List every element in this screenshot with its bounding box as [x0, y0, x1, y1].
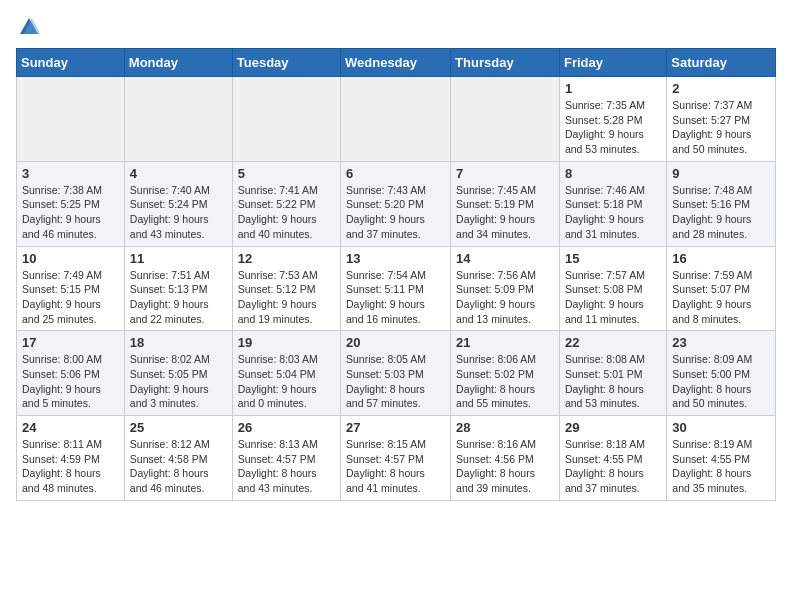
day-number: 3 — [22, 166, 119, 181]
calendar-cell — [451, 77, 560, 162]
calendar-cell: 23Sunrise: 8:09 AM Sunset: 5:00 PM Dayli… — [667, 331, 776, 416]
calendar-cell: 7Sunrise: 7:45 AM Sunset: 5:19 PM Daylig… — [451, 161, 560, 246]
calendar-cell: 10Sunrise: 7:49 AM Sunset: 5:15 PM Dayli… — [17, 246, 125, 331]
day-number: 15 — [565, 251, 661, 266]
calendar-cell: 24Sunrise: 8:11 AM Sunset: 4:59 PM Dayli… — [17, 416, 125, 501]
day-info: Sunrise: 7:38 AM Sunset: 5:25 PM Dayligh… — [22, 183, 119, 242]
day-info: Sunrise: 8:12 AM Sunset: 4:58 PM Dayligh… — [130, 437, 227, 496]
calendar-table: SundayMondayTuesdayWednesdayThursdayFrid… — [16, 48, 776, 501]
day-number: 10 — [22, 251, 119, 266]
calendar-cell: 1Sunrise: 7:35 AM Sunset: 5:28 PM Daylig… — [559, 77, 666, 162]
header — [16, 16, 776, 38]
day-info: Sunrise: 7:51 AM Sunset: 5:13 PM Dayligh… — [130, 268, 227, 327]
day-number: 23 — [672, 335, 770, 350]
day-number: 13 — [346, 251, 445, 266]
day-info: Sunrise: 7:35 AM Sunset: 5:28 PM Dayligh… — [565, 98, 661, 157]
day-info: Sunrise: 8:03 AM Sunset: 5:04 PM Dayligh… — [238, 352, 335, 411]
day-number: 29 — [565, 420, 661, 435]
day-info: Sunrise: 7:43 AM Sunset: 5:20 PM Dayligh… — [346, 183, 445, 242]
logo — [16, 16, 40, 38]
day-info: Sunrise: 7:53 AM Sunset: 5:12 PM Dayligh… — [238, 268, 335, 327]
calendar-cell: 18Sunrise: 8:02 AM Sunset: 5:05 PM Dayli… — [124, 331, 232, 416]
day-number: 11 — [130, 251, 227, 266]
calendar-cell: 14Sunrise: 7:56 AM Sunset: 5:09 PM Dayli… — [451, 246, 560, 331]
calendar-cell — [341, 77, 451, 162]
day-number: 20 — [346, 335, 445, 350]
day-number: 7 — [456, 166, 554, 181]
day-info: Sunrise: 7:46 AM Sunset: 5:18 PM Dayligh… — [565, 183, 661, 242]
day-info: Sunrise: 7:59 AM Sunset: 5:07 PM Dayligh… — [672, 268, 770, 327]
day-number: 16 — [672, 251, 770, 266]
day-number: 9 — [672, 166, 770, 181]
logo-icon — [18, 16, 40, 38]
day-info: Sunrise: 8:09 AM Sunset: 5:00 PM Dayligh… — [672, 352, 770, 411]
calendar-cell: 29Sunrise: 8:18 AM Sunset: 4:55 PM Dayli… — [559, 416, 666, 501]
calendar-header-sunday: Sunday — [17, 49, 125, 77]
calendar-cell: 3Sunrise: 7:38 AM Sunset: 5:25 PM Daylig… — [17, 161, 125, 246]
day-number: 5 — [238, 166, 335, 181]
calendar-header-wednesday: Wednesday — [341, 49, 451, 77]
day-number: 2 — [672, 81, 770, 96]
day-number: 8 — [565, 166, 661, 181]
calendar-week-row: 17Sunrise: 8:00 AM Sunset: 5:06 PM Dayli… — [17, 331, 776, 416]
day-info: Sunrise: 7:57 AM Sunset: 5:08 PM Dayligh… — [565, 268, 661, 327]
calendar-cell: 20Sunrise: 8:05 AM Sunset: 5:03 PM Dayli… — [341, 331, 451, 416]
day-number: 26 — [238, 420, 335, 435]
day-number: 21 — [456, 335, 554, 350]
calendar-cell: 30Sunrise: 8:19 AM Sunset: 4:55 PM Dayli… — [667, 416, 776, 501]
calendar-header-tuesday: Tuesday — [232, 49, 340, 77]
day-info: Sunrise: 7:40 AM Sunset: 5:24 PM Dayligh… — [130, 183, 227, 242]
calendar-cell: 15Sunrise: 7:57 AM Sunset: 5:08 PM Dayli… — [559, 246, 666, 331]
calendar-cell: 9Sunrise: 7:48 AM Sunset: 5:16 PM Daylig… — [667, 161, 776, 246]
day-info: Sunrise: 8:02 AM Sunset: 5:05 PM Dayligh… — [130, 352, 227, 411]
day-info: Sunrise: 8:08 AM Sunset: 5:01 PM Dayligh… — [565, 352, 661, 411]
day-info: Sunrise: 8:16 AM Sunset: 4:56 PM Dayligh… — [456, 437, 554, 496]
calendar-week-row: 1Sunrise: 7:35 AM Sunset: 5:28 PM Daylig… — [17, 77, 776, 162]
calendar-week-row: 24Sunrise: 8:11 AM Sunset: 4:59 PM Dayli… — [17, 416, 776, 501]
day-info: Sunrise: 7:41 AM Sunset: 5:22 PM Dayligh… — [238, 183, 335, 242]
day-number: 25 — [130, 420, 227, 435]
calendar-cell: 6Sunrise: 7:43 AM Sunset: 5:20 PM Daylig… — [341, 161, 451, 246]
day-info: Sunrise: 8:15 AM Sunset: 4:57 PM Dayligh… — [346, 437, 445, 496]
calendar-cell: 12Sunrise: 7:53 AM Sunset: 5:12 PM Dayli… — [232, 246, 340, 331]
calendar-header-friday: Friday — [559, 49, 666, 77]
calendar-cell: 8Sunrise: 7:46 AM Sunset: 5:18 PM Daylig… — [559, 161, 666, 246]
calendar-header-monday: Monday — [124, 49, 232, 77]
day-number: 4 — [130, 166, 227, 181]
day-number: 17 — [22, 335, 119, 350]
calendar-cell — [124, 77, 232, 162]
day-number: 6 — [346, 166, 445, 181]
day-number: 18 — [130, 335, 227, 350]
calendar-cell: 28Sunrise: 8:16 AM Sunset: 4:56 PM Dayli… — [451, 416, 560, 501]
page: SundayMondayTuesdayWednesdayThursdayFrid… — [0, 0, 792, 517]
calendar-header-row: SundayMondayTuesdayWednesdayThursdayFrid… — [17, 49, 776, 77]
calendar-cell — [17, 77, 125, 162]
calendar-cell: 26Sunrise: 8:13 AM Sunset: 4:57 PM Dayli… — [232, 416, 340, 501]
day-info: Sunrise: 7:48 AM Sunset: 5:16 PM Dayligh… — [672, 183, 770, 242]
day-number: 14 — [456, 251, 554, 266]
calendar-cell: 4Sunrise: 7:40 AM Sunset: 5:24 PM Daylig… — [124, 161, 232, 246]
day-number: 24 — [22, 420, 119, 435]
day-info: Sunrise: 7:49 AM Sunset: 5:15 PM Dayligh… — [22, 268, 119, 327]
day-info: Sunrise: 7:45 AM Sunset: 5:19 PM Dayligh… — [456, 183, 554, 242]
calendar-header-saturday: Saturday — [667, 49, 776, 77]
calendar-cell: 22Sunrise: 8:08 AM Sunset: 5:01 PM Dayli… — [559, 331, 666, 416]
calendar-cell: 13Sunrise: 7:54 AM Sunset: 5:11 PM Dayli… — [341, 246, 451, 331]
calendar-cell: 17Sunrise: 8:00 AM Sunset: 5:06 PM Dayli… — [17, 331, 125, 416]
day-number: 30 — [672, 420, 770, 435]
day-info: Sunrise: 8:11 AM Sunset: 4:59 PM Dayligh… — [22, 437, 119, 496]
day-number: 12 — [238, 251, 335, 266]
calendar-cell: 27Sunrise: 8:15 AM Sunset: 4:57 PM Dayli… — [341, 416, 451, 501]
day-number: 27 — [346, 420, 445, 435]
calendar-header-thursday: Thursday — [451, 49, 560, 77]
day-number: 28 — [456, 420, 554, 435]
day-info: Sunrise: 7:37 AM Sunset: 5:27 PM Dayligh… — [672, 98, 770, 157]
day-info: Sunrise: 8:19 AM Sunset: 4:55 PM Dayligh… — [672, 437, 770, 496]
day-number: 1 — [565, 81, 661, 96]
calendar-week-row: 3Sunrise: 7:38 AM Sunset: 5:25 PM Daylig… — [17, 161, 776, 246]
day-info: Sunrise: 8:13 AM Sunset: 4:57 PM Dayligh… — [238, 437, 335, 496]
calendar-cell: 2Sunrise: 7:37 AM Sunset: 5:27 PM Daylig… — [667, 77, 776, 162]
calendar-cell: 11Sunrise: 7:51 AM Sunset: 5:13 PM Dayli… — [124, 246, 232, 331]
calendar-cell — [232, 77, 340, 162]
day-info: Sunrise: 8:05 AM Sunset: 5:03 PM Dayligh… — [346, 352, 445, 411]
